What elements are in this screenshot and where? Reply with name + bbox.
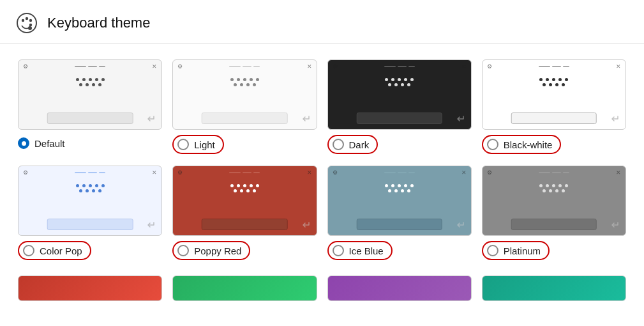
partial-row [0, 276, 644, 311]
theme-preview-platinum: ⚙✕ [482, 166, 626, 236]
radio-color-pop[interactable] [23, 245, 34, 256]
theme-name-default: Default [34, 138, 65, 149]
radio-light[interactable] [177, 139, 189, 150]
theme-label-dark[interactable]: Dark [327, 135, 378, 154]
titlebar-lines [75, 66, 105, 67]
preview-titlebar-platinum: ⚙✕ [483, 166, 625, 179]
close-icon: ✕ [307, 63, 312, 70]
close-icon: ✕ [461, 63, 467, 70]
preview-keyboard [356, 219, 442, 230]
theme-name-platinum: Platinum [504, 245, 541, 256]
theme-preview-default: ⚙✕ [18, 59, 162, 130]
page-title: Keyboard theme [47, 15, 150, 31]
theme-card-poppy-red[interactable]: ⚙✕Poppy Red [172, 166, 317, 260]
radio-poppy-red[interactable] [177, 245, 189, 256]
enter-icon [610, 221, 619, 229]
theme-preview-poppy-red: ⚙✕ [172, 166, 317, 236]
titlebar-lines [384, 66, 415, 67]
preview-titlebar-black-white: ⚙✕ [483, 60, 625, 73]
svg-point-5 [28, 26, 32, 30]
enter-icon [146, 221, 155, 229]
preview-keyboard [356, 113, 442, 124]
gear-icon: ⚙ [333, 169, 338, 176]
gear-icon: ⚙ [23, 169, 28, 176]
theme-card-default[interactable]: ⚙✕Default [18, 59, 162, 154]
titlebar-lines [229, 172, 260, 173]
preview-keyboard [511, 219, 597, 230]
preview-keyboard [511, 113, 597, 124]
preview-body [19, 73, 161, 88]
theme-label-ice-blue[interactable]: Ice Blue [327, 241, 393, 260]
preview-body [19, 179, 161, 194]
theme-card-black-white[interactable]: ⚙✕Black-white [482, 59, 626, 154]
preview-keyboard [47, 219, 133, 230]
close-icon: ✕ [461, 169, 467, 176]
close-icon: ✕ [152, 63, 157, 70]
gear-icon: ⚙ [177, 63, 183, 70]
theme-name-poppy-red: Poppy Red [194, 245, 241, 256]
svg-point-2 [26, 17, 28, 20]
preview-body [483, 73, 625, 88]
preview-titlebar-poppy-red: ⚙✕ [173, 166, 316, 179]
preview-body [328, 73, 471, 88]
radio-platinum[interactable] [487, 245, 498, 256]
theme-card-ice-blue[interactable]: ⚙✕Ice Blue [327, 166, 472, 260]
radio-dark[interactable] [333, 139, 344, 150]
theme-name-dark: Dark [349, 139, 370, 150]
theme-name-ice-blue: Ice Blue [349, 245, 384, 256]
theme-label-black-white[interactable]: Black-white [482, 135, 562, 154]
titlebar-lines [384, 172, 415, 173]
theme-label-poppy-red[interactable]: Poppy Red [172, 241, 250, 260]
theme-preview-ice-blue: ⚙✕ [327, 166, 472, 236]
preview-keyboard [47, 113, 133, 124]
titlebar-lines [539, 66, 569, 67]
themes-grid: ⚙✕Default⚙✕Light⚙✕Dark⚙✕Black-white⚙✕Col… [0, 44, 644, 276]
theme-preview-dark: ⚙✕ [327, 59, 472, 130]
radio-ice-blue[interactable] [333, 245, 344, 256]
titlebar-lines [229, 66, 260, 67]
radio-default[interactable] [18, 137, 29, 149]
theme-label-default[interactable]: Default [18, 135, 73, 151]
enter-icon [456, 221, 465, 229]
preview-titlebar-dark: ⚙✕ [328, 60, 471, 73]
close-icon: ✕ [616, 63, 621, 70]
gear-icon: ⚙ [487, 63, 492, 70]
radio-black-white[interactable] [487, 139, 498, 150]
enter-icon [610, 115, 619, 123]
close-icon: ✕ [152, 169, 157, 176]
enter-icon [301, 115, 310, 123]
enter-icon [146, 115, 155, 123]
close-icon: ✕ [307, 169, 312, 176]
preview-titlebar-color-pop: ⚙✕ [19, 166, 161, 179]
preview-titlebar-default: ⚙✕ [19, 60, 161, 73]
theme-preview-light: ⚙✕ [172, 59, 317, 130]
theme-card-platinum[interactable]: ⚙✕Platinum [482, 166, 626, 260]
enter-icon [456, 115, 465, 123]
theme-card-dark[interactable]: ⚙✕Dark [327, 59, 472, 154]
enter-icon [301, 221, 310, 229]
theme-card-light[interactable]: ⚙✕Light [172, 59, 317, 154]
theme-preview-color-pop: ⚙✕ [18, 166, 162, 236]
titlebar-lines [539, 172, 569, 173]
partial-card-3[interactable] [482, 276, 626, 301]
preview-keyboard [202, 113, 288, 124]
partial-card-1[interactable] [172, 276, 317, 301]
preview-body [173, 73, 316, 88]
theme-name-black-white: Black-white [504, 139, 553, 150]
theme-preview-black-white: ⚙✕ [482, 59, 626, 130]
partial-card-0[interactable] [18, 276, 162, 301]
preview-body [483, 179, 625, 194]
palette-icon [15, 12, 38, 35]
theme-name-light: Light [194, 139, 215, 150]
theme-label-light[interactable]: Light [172, 135, 224, 154]
close-icon: ✕ [616, 169, 621, 176]
theme-card-color-pop[interactable]: ⚙✕Color Pop [18, 166, 162, 260]
gear-icon: ⚙ [487, 169, 492, 176]
theme-label-platinum[interactable]: Platinum [482, 241, 550, 260]
preview-keyboard [202, 219, 288, 230]
svg-point-0 [17, 13, 36, 33]
partial-card-2[interactable] [327, 276, 472, 301]
titlebar-lines [75, 172, 105, 173]
svg-point-1 [22, 19, 24, 22]
theme-label-color-pop[interactable]: Color Pop [18, 241, 91, 260]
